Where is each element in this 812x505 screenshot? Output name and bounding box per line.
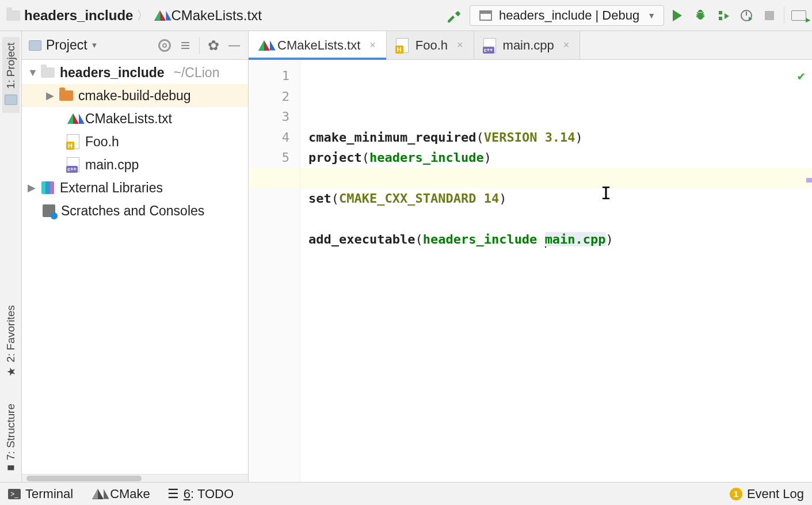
tool-tab-project[interactable]: 1: Project	[2, 37, 20, 113]
close-icon[interactable]: ×	[457, 39, 463, 51]
close-icon[interactable]: ×	[563, 39, 570, 51]
project-tool-window: Project ▼ ✿ — ▼ headers_include ~/CLion …	[22, 31, 249, 482]
cmake-icon	[153, 8, 167, 23]
editor-area: CMakeLists.txt × Foo.h × main.cpp × 1 2 …	[249, 31, 812, 482]
status-cmake[interactable]: CMake	[90, 487, 150, 502]
run-button[interactable]	[668, 6, 687, 25]
tree-root-label: headers_include	[60, 65, 165, 81]
tool-window-header: Project ▼ ✿ —	[22, 31, 248, 60]
tool-tab-structure-label: 7: Structure	[5, 404, 17, 460]
svg-rect-2	[181, 45, 189, 46]
tree-item-label: main.cpp	[85, 157, 139, 173]
structure-icon: ▝▘	[5, 465, 17, 474]
project-panel-icon	[28, 38, 43, 53]
editor-tabstrip: CMakeLists.txt × Foo.h × main.cpp ×	[249, 31, 812, 60]
line-number-gutter: 1 2 3 4 5 6	[249, 60, 300, 482]
tree-scratches[interactable]: Scratches and Consoles	[22, 199, 248, 222]
cpp-file-icon	[66, 157, 81, 172]
tree-item-label: External Libraries	[60, 180, 163, 196]
marker-stripe[interactable]	[806, 178, 812, 183]
line-number: 5	[249, 147, 289, 168]
left-tool-rail: 1: Project ★ 2: Favorites ▝▘ 7: Structur…	[0, 31, 22, 482]
breadcrumb-file[interactable]: CMakeLists.txt	[153, 7, 261, 24]
editor-tab-main-cpp[interactable]: main.cpp ×	[474, 31, 581, 59]
close-icon[interactable]: ×	[369, 39, 376, 51]
tool-window-title-label: Project	[46, 37, 87, 53]
scratches-icon	[41, 203, 56, 218]
line-number: 3	[249, 107, 289, 127]
tool-tab-favorites-label: 2: Favorites	[5, 305, 17, 362]
chevron-right-icon[interactable]: ▶	[28, 181, 36, 194]
horizontal-scrollbar[interactable]	[22, 474, 248, 482]
editor-tab-foo-h[interactable]: Foo.h ×	[387, 31, 474, 59]
svg-rect-1	[181, 42, 189, 43]
editor-tab-cmakelists[interactable]: CMakeLists.txt ×	[249, 31, 387, 59]
tree-folder-cmake-build[interactable]: ▶ cmake-build-debug	[22, 84, 248, 107]
status-event-log[interactable]: 1 Event Log	[730, 487, 804, 502]
text-cursor-icon: 𝙸	[601, 183, 611, 204]
code-editor[interactable]: cmake_minimum_required(VERSION 3.14) pro…	[300, 60, 812, 482]
build-button[interactable]	[447, 8, 462, 23]
tree-external-libraries[interactable]: ▶ External Libraries	[22, 176, 248, 199]
cmake-icon	[66, 111, 81, 126]
status-bar: >_ Terminal CMake ☰ 6: TODO 1 Event Log	[0, 482, 812, 505]
debug-button[interactable]	[691, 6, 710, 25]
tree-root[interactable]: ▼ headers_include ~/CLion	[22, 61, 248, 84]
tree-item-label: Scratches and Consoles	[61, 203, 204, 219]
chevron-right-icon[interactable]: ▶	[46, 89, 54, 102]
breadcrumb-separator: 〉	[136, 7, 149, 24]
hide-tool-button[interactable]: —	[226, 37, 242, 54]
project-tree[interactable]: ▼ headers_include ~/CLion ▶ cmake-build-…	[22, 60, 248, 474]
cmake-icon	[90, 487, 105, 502]
cmake-icon	[257, 38, 272, 53]
project-panel-icon	[3, 92, 18, 107]
breadcrumbs: headers_include 〉 CMakeLists.txt	[6, 7, 262, 24]
tool-settings-button[interactable]: ✿	[205, 37, 222, 54]
h-file-icon	[66, 134, 81, 149]
event-count-badge: 1	[730, 488, 742, 500]
h-file-icon	[395, 38, 410, 53]
tool-tab-favorites[interactable]: ★ 2: Favorites	[3, 299, 18, 384]
run-coverage-button[interactable]	[714, 6, 733, 25]
status-terminal[interactable]: >_ Terminal	[8, 487, 73, 502]
tool-window-title[interactable]: Project ▼	[28, 37, 152, 53]
select-run-target-button[interactable]	[789, 6, 809, 25]
tab-label: CMakeLists.txt	[277, 38, 360, 53]
folder-icon	[59, 88, 74, 103]
status-terminal-label: Terminal	[25, 487, 73, 502]
run-configuration-dropdown[interactable]: headers_include | Debug ▼	[470, 5, 664, 26]
inspection-ok-icon[interactable]: ✔	[798, 66, 805, 86]
editor-body[interactable]: 1 2 3 4 5 6 cmake_minimum_required(VERSI…	[249, 60, 812, 482]
terminal-icon: >_	[8, 489, 21, 499]
tree-root-path: ~/CLion	[174, 65, 220, 81]
toolbar-separator	[784, 7, 784, 24]
external-libraries-icon	[40, 180, 55, 195]
tree-file-cmakelists[interactable]: CMakeLists.txt	[22, 107, 248, 130]
tree-file-main-cpp[interactable]: main.cpp	[22, 153, 248, 176]
navigation-bar: headers_include 〉 CMakeLists.txt headers…	[0, 0, 812, 31]
tool-tab-structure[interactable]: ▝▘ 7: Structure	[3, 398, 18, 482]
star-icon: ★	[5, 366, 17, 378]
tree-file-foo-h[interactable]: Foo.h	[22, 130, 248, 153]
status-todo[interactable]: ☰ 6: TODO	[167, 487, 234, 502]
breadcrumb-file-label: CMakeLists.txt	[171, 7, 261, 24]
breadcrumb-root[interactable]: headers_include	[6, 7, 133, 24]
chevron-down-icon: ▼	[647, 11, 655, 20]
line-number: 1	[249, 66, 289, 86]
status-cmake-label: CMake	[110, 487, 150, 502]
tree-item-label: CMakeLists.txt	[85, 111, 172, 127]
line-number: 4	[249, 127, 289, 148]
profile-button[interactable]	[737, 6, 756, 25]
line-number: 2	[249, 86, 289, 107]
tree-item-label: Foo.h	[85, 134, 119, 150]
tab-label: Foo.h	[415, 38, 448, 53]
breadcrumb-root-label: headers_include	[24, 7, 133, 24]
run-config-label: headers_include | Debug	[499, 8, 639, 23]
stop-button[interactable]	[760, 6, 779, 25]
chevron-down-icon[interactable]: ▼	[28, 67, 36, 79]
svg-rect-3	[181, 48, 189, 49]
locate-button[interactable]	[157, 37, 173, 54]
collapse-all-button[interactable]	[177, 37, 193, 54]
status-event-log-label: Event Log	[747, 487, 804, 502]
tool-tab-project-label: 1: Project	[5, 43, 17, 89]
